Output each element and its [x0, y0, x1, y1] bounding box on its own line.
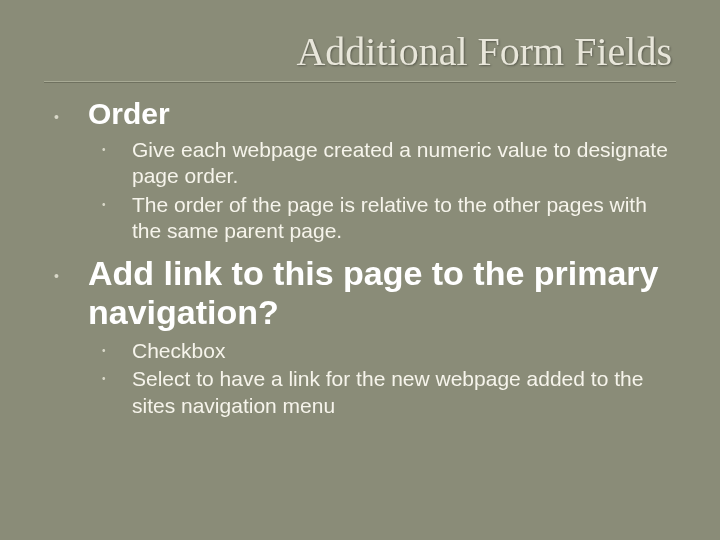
list-item-text: Give each webpage created a numeric valu…	[132, 138, 668, 187]
section-heading: Add link to this page to the primary nav…	[88, 254, 676, 332]
sub-list: • Give each webpage created a numeric va…	[88, 137, 676, 244]
bullet-icon: •	[102, 200, 106, 210]
bullet-icon: •	[54, 269, 59, 283]
list-item: • The order of the page is relative to t…	[88, 192, 676, 245]
list-item: • Add link to this page to the primary n…	[48, 254, 676, 419]
list-item: • Order • Give each webpage created a nu…	[48, 97, 676, 244]
slide-title: Additional Form Fields	[44, 28, 676, 75]
list-item: • Give each webpage created a numeric va…	[88, 137, 676, 190]
section-heading: Order	[88, 97, 676, 131]
list-item-text: Select to have a link for the new webpag…	[132, 367, 643, 416]
list-item: • Select to have a link for the new webp…	[88, 366, 676, 419]
list-item-text: The order of the page is relative to the…	[132, 193, 647, 242]
sub-list: • Checkbox • Select to have a link for t…	[88, 338, 676, 419]
bullet-icon: •	[102, 145, 106, 155]
slide-content: • Order • Give each webpage created a nu…	[44, 97, 676, 419]
title-rule	[44, 81, 676, 83]
bullet-icon: •	[102, 374, 106, 384]
bullet-icon: •	[54, 110, 59, 124]
slide: Additional Form Fields • Order • Give ea…	[0, 0, 720, 540]
list-item: • Checkbox	[88, 338, 676, 364]
list-item-text: Checkbox	[132, 339, 225, 362]
bullet-icon: •	[102, 346, 106, 356]
